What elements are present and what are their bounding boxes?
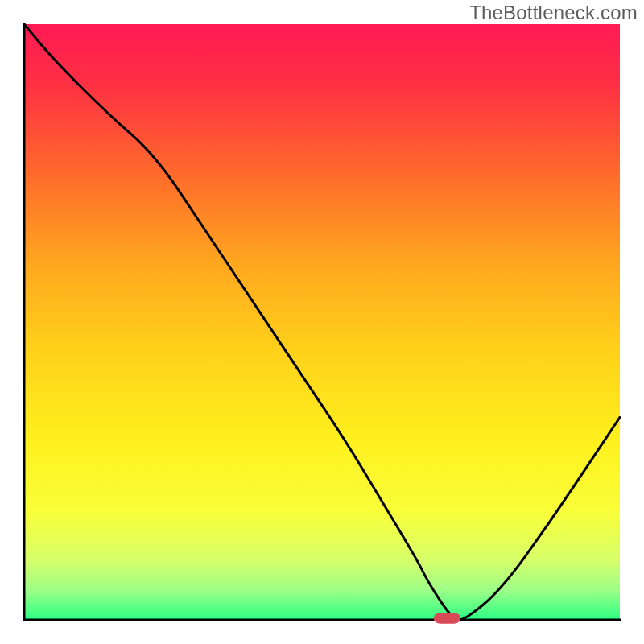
chart-svg [0,0,644,644]
optimal-marker [434,613,460,623]
chart-container: TheBottleneck.com [0,0,644,644]
watermark-text: TheBottleneck.com [469,2,638,24]
plot-background [24,24,620,620]
